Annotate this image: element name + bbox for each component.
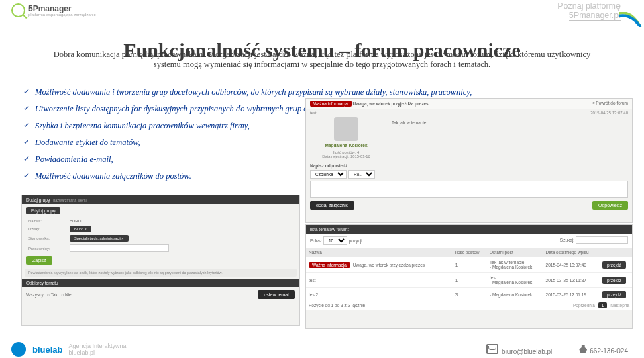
col-name[interactable]: Nazwa (306, 248, 453, 257)
page-size-select[interactable]: 10 (323, 236, 347, 245)
table-row: test 1 test - Magdalena Kosiorek 2015-03… (306, 273, 632, 288)
bullet-text: Szybka i bezpieczna komunikacja pracowni… (35, 121, 250, 131)
post-body: Tak jak w temacie (392, 120, 628, 125)
open-button[interactable]: przejdź (602, 261, 626, 269)
importance-badge: Ważna informacja (310, 101, 352, 107)
search-icon (11, 3, 25, 17)
open-button[interactable]: przejdź (602, 291, 626, 298)
info-note: Powiadomienia są wysyłane do osób, które… (25, 269, 297, 277)
set-topic-button[interactable]: ustaw temat (258, 290, 295, 299)
check-icon: ✓ (23, 154, 30, 163)
field-label: Nazwa: (28, 218, 68, 224)
tag-chip[interactable]: Biuro × (70, 226, 91, 232)
avatar (334, 117, 358, 141)
post-author: Magdalena Kosiorek (325, 143, 367, 148)
pager-next[interactable]: Następna (610, 303, 629, 308)
check-icon: ✓ (23, 104, 30, 113)
radio-yes[interactable]: ○ Tak (47, 292, 58, 297)
field-value: BURO (69, 218, 294, 224)
bullet-text: Dodawanie etykiet do tematów, (35, 138, 140, 148)
screenshot-list: lista tematów forum: Pokaż 10 pozycji Sz… (305, 224, 633, 329)
radio-no[interactable]: ○ Nie (61, 292, 72, 297)
bullet-text: Utworzenie listy dostępnych for dyskusyj… (35, 104, 340, 114)
topics-table: Nazwa Ilość postów Ostatni post Data ost… (306, 248, 632, 301)
footer-email: biuro@bluelab.pl (486, 344, 552, 355)
reply-textarea[interactable] (310, 181, 628, 198)
bullet-text: Powiadomienia e-mail, (35, 154, 113, 165)
screenshot-group-edit: Dodaj grupę nazwa/zmiana wersji Edytuj g… (21, 195, 300, 326)
brand-logo: 5Pmanager platforma wspomagająca zarządz… (11, 3, 96, 17)
pager-page[interactable]: 1 (598, 302, 608, 308)
recipients-panel-title: Odbiorcy tematu (22, 279, 299, 287)
search-input[interactable] (576, 236, 628, 244)
add-attachment-button[interactable]: dodaj załącznik (310, 201, 354, 210)
footer-brand: bluelab Agencja Interaktywna bluelab.pl (11, 342, 127, 357)
pager-prev[interactable]: Poprzednia (573, 303, 595, 308)
col-last[interactable]: Ostatni post (487, 248, 543, 257)
pager-info: Pozycje od 1 do 3 z 3 łącznie (309, 303, 365, 308)
swoosh-graphic (619, 12, 642, 27)
edit-group-button[interactable]: Edytuj grupę (26, 207, 60, 214)
table-row: Ważna informacjaUwaga, we wtorek przyjeż… (306, 257, 632, 273)
post-date: 2015-04-25 13:07:40 (392, 111, 628, 115)
check-icon: ✓ (23, 87, 30, 96)
tag-chip[interactable]: Specjalista ds. administracji × (70, 235, 129, 242)
open-button[interactable]: przejdź (602, 277, 626, 284)
check-icon: ✓ (23, 138, 30, 146)
field-label: Stanowiska: (28, 234, 68, 242)
bullet-text: Możliwość dodawania załączników do postó… (35, 171, 191, 181)
screenshot-topic: Ważna informacja Uwaga, we wtorek przyje… (305, 98, 633, 223)
workers-input[interactable] (70, 244, 169, 252)
intro-text: Dobra komunikacja pomiędzy pracownikami … (47, 50, 597, 70)
mail-icon (486, 344, 498, 354)
save-button[interactable]: Zapisz (26, 256, 52, 265)
size-select[interactable]: Ro.. (348, 170, 375, 179)
footer-phone: 662-136-024 (579, 345, 628, 355)
table-row: test2 3 - Magdalena Kosiorek 2015-03-25 … (306, 288, 632, 302)
phone-icon (579, 345, 587, 353)
topic-title: Uwaga, we wtorek przyjeżdża prezes (353, 101, 429, 106)
back-link[interactable]: « Powrót do forum (592, 101, 628, 107)
font-select[interactable]: Czcionka (310, 170, 347, 179)
bullet-text: Możliwość dodawania i tworzenia grup doc… (35, 87, 472, 97)
corner-watermark: Poznaj platformę 5Pmanager.pl (557, 1, 621, 20)
field-label: Działy: (28, 225, 68, 233)
reply-subject: test (310, 111, 382, 115)
recipients-label: Wszyscy (26, 292, 44, 297)
check-icon: ✓ (23, 121, 30, 130)
col-posts[interactable]: Ilość postów (453, 248, 487, 257)
reply-button[interactable]: Odpowiedz (592, 201, 628, 210)
list-panel-title: lista tematów forum: (306, 225, 632, 234)
check-icon: ✓ (23, 171, 30, 180)
field-label: Pracownicy: (28, 244, 68, 253)
col-date[interactable]: Data ostatniego wpisu (543, 248, 600, 257)
reply-heading: Napisz odpowiedź (310, 163, 347, 168)
